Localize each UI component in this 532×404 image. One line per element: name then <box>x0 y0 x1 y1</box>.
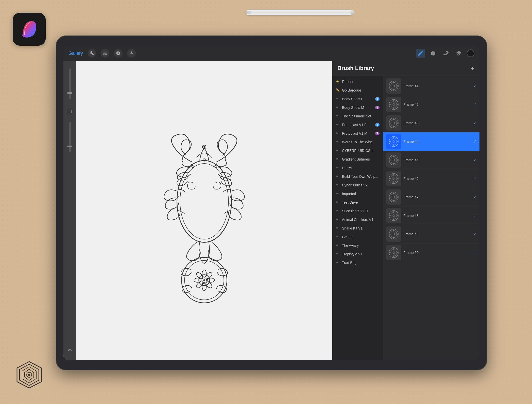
drawing-canvas <box>76 61 332 360</box>
brush-icon: ✏ <box>336 166 340 170</box>
brush-item-frame-44[interactable]: Frame 44 ✓ <box>383 132 479 151</box>
category-list: ★Recent✏️Go Baroque✏Body Shots FT✏Body S… <box>332 76 383 360</box>
svg-point-36 <box>391 138 397 145</box>
category-item-cyberfluidics-v2[interactable]: ✏Cyberfluidics V2 <box>332 181 383 189</box>
category-item-animal-crackers[interactable]: ✏Animal Crackers V1 <box>332 215 383 224</box>
brush-name: Frame 47 <box>403 195 419 199</box>
opacity-slider[interactable] <box>69 122 71 152</box>
brush-preview <box>386 97 401 112</box>
pen-tool[interactable] <box>416 49 425 58</box>
category-item-words-to-wise[interactable]: ✏Words To The Wise <box>332 138 383 146</box>
smudge-icon[interactable] <box>114 49 123 58</box>
svg-point-39 <box>391 156 397 164</box>
brush-preview <box>386 245 401 260</box>
color-picker[interactable] <box>467 49 474 57</box>
category-name: Protoplast V1 M <box>342 131 373 135</box>
category-name: The Spitshade Set <box>342 114 380 118</box>
brush-icon: ✏ <box>336 252 340 256</box>
category-item-body-shots-m[interactable]: ✏Body Shots MT <box>332 103 383 112</box>
svg-point-17 <box>207 278 215 282</box>
brush-item-frame-45[interactable]: Frame 45 ✓ <box>383 151 479 169</box>
svg-point-51 <box>391 231 397 238</box>
category-name: Body Shots F <box>342 97 373 101</box>
svg-point-27 <box>391 82 397 90</box>
arrow-icon[interactable] <box>127 49 136 58</box>
canvas-area[interactable] <box>63 61 332 360</box>
category-badge: T <box>375 123 380 127</box>
brush-preview <box>386 189 401 205</box>
brush-preview <box>386 226 401 242</box>
ipad-screen: Gallery <box>63 46 479 360</box>
category-item-go-baroque[interactable]: ✏️Go Baroque <box>332 86 383 95</box>
category-item-trad-bag[interactable]: ✏Trad Bag <box>332 258 383 267</box>
category-item-test-drive[interactable]: ✏Test Drive <box>332 198 383 207</box>
brush-name: Frame 44 <box>403 139 419 144</box>
category-item-aviary[interactable]: ✏The Aviary <box>332 241 383 250</box>
brush-item-frame-49[interactable]: Frame 49 ✓ <box>383 225 479 243</box>
svg-point-40 <box>393 159 395 161</box>
smudge-tool[interactable] <box>429 49 438 58</box>
brush-item-frame-47[interactable]: Frame 47 ✓ <box>383 188 479 206</box>
category-item-succulents[interactable]: ✏Succulents V1.0 <box>332 207 383 215</box>
wrench-icon[interactable] <box>88 49 96 58</box>
category-item-body-shots-f[interactable]: ✏Body Shots FT <box>332 95 383 103</box>
add-brush-button[interactable]: + <box>471 65 474 72</box>
brush-item-frame-48[interactable]: Frame 48 ✓ <box>383 206 479 225</box>
brush-check-icon: ✓ <box>473 84 476 88</box>
category-item-dor1[interactable]: ✏Dor #1 <box>332 164 383 172</box>
brush-info: Frame 49 <box>403 232 471 236</box>
brush-item-frame-41[interactable]: Frame 41 ✓ <box>383 77 479 95</box>
category-item-gradient-spheres[interactable]: ✏Gradient Spheres <box>332 155 383 164</box>
brush-name: Frame 45 <box>403 158 419 162</box>
brush-size-slider[interactable] <box>69 68 71 99</box>
brush-library-content: ★Recent✏️Go Baroque✏Body Shots FT✏Body S… <box>332 76 479 360</box>
category-item-cyberfluidics-ii[interactable]: ✏CYBERFLUIDICS II <box>332 146 383 155</box>
category-item-tropistyle[interactable]: ✏Tropistyle V1 <box>332 250 383 258</box>
svg-point-21 <box>194 278 201 282</box>
brush-preview <box>386 134 401 149</box>
brush-item-frame-50[interactable]: Frame 50 ✓ <box>383 243 479 262</box>
category-item-imported[interactable]: ✏Imported <box>332 189 383 198</box>
brush-item-frame-42[interactable]: Frame 42 ✓ <box>383 95 479 114</box>
category-name: Test Drive <box>342 200 380 204</box>
svg-point-54 <box>391 249 397 256</box>
undo-button[interactable] <box>67 347 72 353</box>
brush-item-frame-46[interactable]: Frame 46 ✓ <box>383 169 479 188</box>
toolbar-right <box>416 49 474 58</box>
category-item-snake-kit[interactable]: ✏Snake Kit V1 <box>332 224 383 233</box>
category-item-get-lit[interactable]: ✏Get Lit <box>332 233 383 241</box>
gallery-button[interactable]: Gallery <box>68 51 83 56</box>
layers-tool[interactable] <box>454 49 463 58</box>
svg-point-15 <box>202 270 207 277</box>
brush-check-icon: ✓ <box>473 158 476 162</box>
eraser-tool[interactable] <box>441 49 451 58</box>
brush-name: Frame 50 <box>403 251 419 255</box>
brush-info: Frame 42 <box>403 102 471 107</box>
brush-icon: ✏ <box>336 209 340 213</box>
brush-name: Frame 49 <box>403 232 419 236</box>
category-item-build-your-own[interactable]: ✏Build Your Own Wolp... <box>332 172 383 181</box>
brush-name: Frame 41 <box>403 84 419 88</box>
brush-item-frame-43[interactable]: Frame 43 ✓ <box>383 114 479 132</box>
svg-point-55 <box>393 252 395 254</box>
category-name: Snake Kit V1 <box>342 226 380 230</box>
main-area: Brush Library + ★Recent✏️Go Baroque✏Body… <box>63 61 479 360</box>
brush-library-title: Brush Library <box>337 65 374 72</box>
toolbar-left: Gallery <box>68 49 136 58</box>
category-item-recent[interactable]: ★Recent <box>332 77 383 86</box>
svg-point-48 <box>391 212 397 219</box>
category-item-protoplast-f[interactable]: ✏Protoplast V1 FT <box>332 120 383 129</box>
hex-logo <box>14 360 44 390</box>
brush-info: Frame 45 <box>403 158 471 162</box>
layer-thumb[interactable] <box>67 109 73 115</box>
brush-info: Frame 43 <box>403 121 471 125</box>
category-item-spitshade[interactable]: ✏The Spitshade Set <box>332 112 383 120</box>
brush-icon: ✏ <box>336 174 340 179</box>
category-item-protoplast-m[interactable]: ✏Protoplast V1 MT <box>332 129 383 138</box>
brush-preview <box>386 152 401 168</box>
adjust-icon[interactable] <box>101 49 109 58</box>
brush-check-icon: ✓ <box>473 232 476 236</box>
procreate-logo <box>13 13 46 46</box>
brush-check-icon: ✓ <box>473 177 476 181</box>
brush-check-icon: ✓ <box>473 139 476 144</box>
